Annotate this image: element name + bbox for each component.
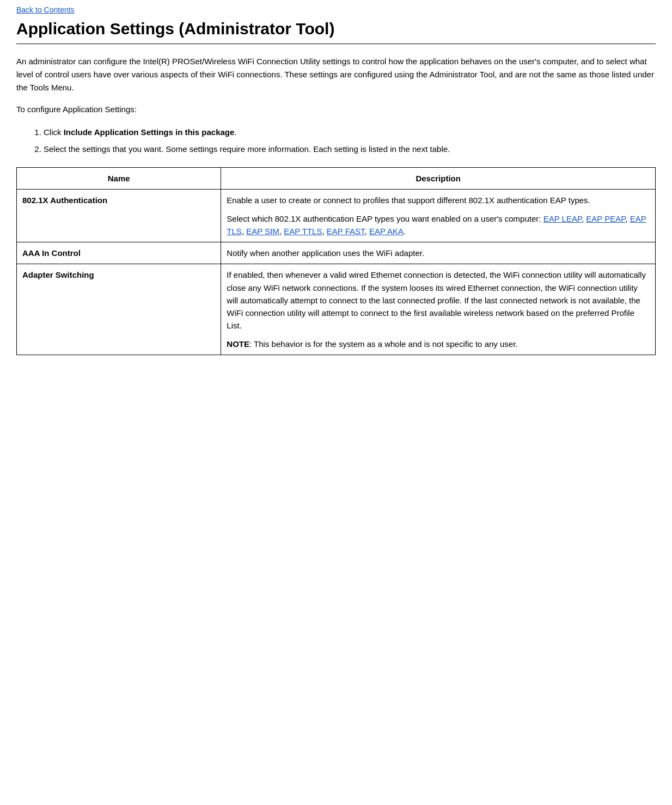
row-name-8021x: 802.1X Authentication: [17, 190, 221, 242]
page-title: Application Settings (Administrator Tool…: [16, 20, 656, 38]
eap-ttls-link[interactable]: EAP TTLS: [284, 227, 322, 236]
divider: [16, 44, 656, 44]
row-desc-8021x: Enable a user to create or connect to pr…: [221, 190, 656, 242]
row-name-adapter: Adapter Switching: [17, 264, 221, 355]
table-row: AAA In Control Notify when another appli…: [17, 242, 656, 264]
step-1: Click Include Application Settings in th…: [44, 125, 656, 139]
table-row: Adapter Switching If enabled, then whene…: [17, 264, 656, 355]
table-row: 802.1X Authentication Enable a user to c…: [17, 190, 656, 242]
note-label: NOTE: [227, 339, 249, 349]
desc-adapter-para1: If enabled, then whenever a valid wired …: [227, 269, 650, 332]
desc-8021x-para2: Select which 802.1X authentication EAP t…: [227, 212, 650, 238]
eap-leap-link[interactable]: EAP LEAP: [543, 214, 582, 223]
eap-aka-link[interactable]: EAP AKA: [369, 227, 404, 236]
settings-table: Name Description 802.1X Authentication E…: [16, 167, 656, 355]
eap-fast-link[interactable]: EAP FAST: [327, 227, 365, 236]
desc-adapter-note: NOTE: This behavior is for the system as…: [227, 338, 650, 350]
col-header-name: Name: [17, 168, 221, 190]
back-to-contents-link[interactable]: Back to Contents: [16, 5, 656, 14]
intro-paragraph: An administrator can configure the Intel…: [16, 55, 656, 94]
col-header-description: Description: [221, 168, 656, 190]
step-2: Select the settings that you want. Some …: [44, 142, 656, 156]
desc-aaa-para1: Notify when another application uses the…: [227, 247, 650, 259]
eap-sim-link[interactable]: EAP SIM: [246, 227, 279, 236]
steps-list: Click Include Application Settings in th…: [44, 125, 656, 156]
row-name-aaa: AAA In Control: [17, 242, 221, 264]
row-desc-adapter: If enabled, then whenever a valid wired …: [221, 264, 656, 355]
desc-8021x-para1: Enable a user to create or connect to pr…: [227, 194, 650, 206]
config-paragraph: To configure Application Settings:: [16, 103, 656, 116]
row-desc-aaa: Notify when another application uses the…: [221, 242, 656, 264]
eap-peap-link[interactable]: EAP PEAP: [586, 214, 625, 223]
